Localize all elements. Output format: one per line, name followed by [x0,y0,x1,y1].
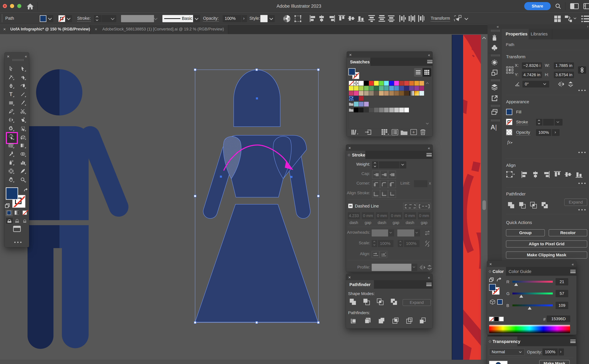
svg-text:T: T [9,92,13,97]
